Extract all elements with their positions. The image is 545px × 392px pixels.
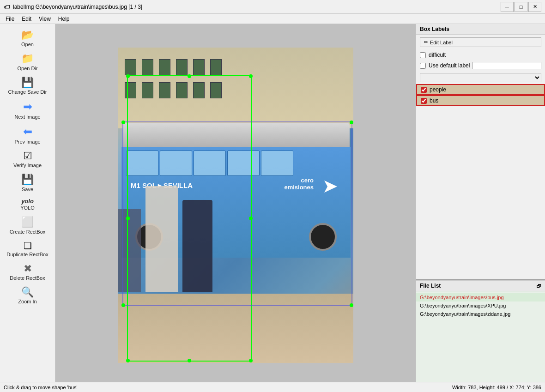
- status-bar: Click & drag to move shape 'bus' Width: …: [0, 382, 545, 392]
- image-container[interactable]: M1 SOL►SEVILLA ➤ ceroemisiones: [118, 48, 353, 363]
- edit-label-button[interactable]: ✏ Edit Label: [420, 37, 541, 47]
- difficult-checkbox[interactable]: [420, 52, 426, 58]
- bus-roof: [122, 123, 350, 148]
- bus-text-cero: ceroemisiones: [284, 177, 314, 191]
- label-dropdown[interactable]: [420, 73, 541, 82]
- building-windows-row2: [125, 82, 222, 98]
- open-button[interactable]: 📂 Open: [5, 27, 51, 49]
- dropdown-row[interactable]: [420, 73, 541, 82]
- bus-window: [126, 151, 158, 176]
- duplicate-rect-box-button[interactable]: ❏ Duplicate RectBox: [5, 238, 51, 259]
- save-icon: 💾: [21, 174, 34, 186]
- use-default-label-text: Use default label: [429, 62, 470, 69]
- menu-file[interactable]: File: [2, 15, 18, 23]
- edit-label-icon: ✏: [424, 39, 428, 45]
- window: [159, 82, 170, 98]
- prev-image-button[interactable]: ⬅ Prev Image: [5, 123, 51, 147]
- duplicate-rect-box-label: Duplicate RectBox: [6, 252, 48, 257]
- menu-view[interactable]: View: [35, 15, 54, 23]
- maximize-button[interactable]: □: [515, 2, 527, 12]
- default-label-input[interactable]: [472, 62, 541, 69]
- right-panel: Box Labels ✏ Edit Label difficult Use de…: [416, 24, 545, 382]
- menu-edit[interactable]: Edit: [18, 15, 35, 23]
- next-image-button[interactable]: ➡ Next Image: [5, 98, 51, 122]
- label-text-people: people: [430, 86, 446, 93]
- create-rect-box-label: Create RectBox: [10, 229, 46, 235]
- bus-window: [194, 151, 226, 176]
- window: [176, 82, 188, 98]
- window: [210, 82, 222, 98]
- use-default-label-checkbox[interactable]: [420, 63, 426, 69]
- minimize-button[interactable]: ─: [501, 2, 514, 12]
- label-text-bus: bus: [430, 97, 438, 104]
- save-button[interactable]: 💾 Save: [5, 171, 51, 194]
- file-list-header: File List 🗗: [416, 281, 545, 291]
- label-checkbox-people[interactable]: [421, 87, 427, 93]
- file-list-title: File List: [420, 283, 441, 289]
- window: [210, 59, 222, 75]
- bus-window: [160, 151, 192, 176]
- file-list-items: G:\beyondyanyu\train\images\bus.jpg G:\b…: [416, 291, 545, 382]
- menu-help[interactable]: Help: [54, 15, 73, 23]
- title-bar: 🏷 labelImg G:\beyondyanyu\train\images\b…: [0, 0, 545, 14]
- main-content: 📂 Open 📁 Open Dir 💾 Change Save Dir ➡ Ne…: [0, 24, 545, 382]
- window: [142, 82, 153, 98]
- create-rect-box-button[interactable]: ⬜ Create RectBox: [5, 214, 51, 236]
- window-title: labelImg G:\beyondyanyu\train\images\bus…: [13, 4, 142, 10]
- window: [142, 59, 153, 75]
- zoom-in-label: Zoom In: [18, 299, 36, 304]
- window: [193, 82, 205, 98]
- window: [125, 59, 136, 75]
- bus-wheel-right: [309, 223, 337, 251]
- file-item-zidane[interactable]: G:\beyondyanyu\train\images\zidane.jpg: [416, 310, 545, 318]
- create-rect-box-icon: ⬜: [21, 216, 34, 228]
- zoom-in-button[interactable]: 🔍 Zoom In: [5, 284, 51, 307]
- label-list: people bus: [416, 84, 545, 279]
- status-right: Width: 783, Height: 499 / X: 774; Y: 386: [452, 385, 541, 390]
- open-label: Open: [21, 42, 34, 47]
- file-item-bus[interactable]: G:\beyondyanyu\train\images\bus.jpg: [416, 293, 545, 302]
- window-controls[interactable]: ─ □ ✕: [501, 2, 541, 12]
- yolo-label: YOLO: [20, 205, 35, 211]
- file-list-icon: 🗗: [537, 283, 541, 289]
- open-dir-label: Open Dir: [17, 66, 37, 71]
- label-checkbox-bus[interactable]: [421, 98, 427, 104]
- person1: [145, 186, 178, 292]
- change-save-dir-button[interactable]: 💾 Change Save Dir: [5, 74, 51, 97]
- open-dir-icon: 📁: [21, 53, 34, 65]
- verify-image-button[interactable]: ☑ Verify Image: [5, 148, 51, 170]
- canvas-area[interactable]: M1 SOL►SEVILLA ➤ ceroemisiones: [55, 24, 416, 382]
- window: [125, 82, 136, 98]
- verify-image-label: Verify Image: [13, 163, 42, 168]
- yolo-button[interactable]: yolo YOLO: [5, 195, 51, 213]
- prev-image-label: Prev Image: [14, 139, 40, 145]
- bus-window: [227, 151, 260, 176]
- prev-image-icon: ⬅: [23, 125, 32, 139]
- file-list-section: File List 🗗 G:\beyondyanyu\train\images\…: [416, 280, 545, 382]
- zoom-in-icon: 🔍: [21, 286, 34, 298]
- label-item-people[interactable]: people: [416, 84, 545, 95]
- box-labels-header: Box Labels: [416, 24, 545, 35]
- person3-partial: [118, 209, 141, 292]
- window: [193, 59, 205, 75]
- building-windows: [125, 59, 222, 75]
- main-image: M1 SOL►SEVILLA ➤ ceroemisiones: [118, 48, 353, 363]
- left-toolbar: 📂 Open 📁 Open Dir 💾 Change Save Dir ➡ Ne…: [0, 24, 55, 382]
- change-save-dir-label: Change Save Dir: [8, 89, 47, 95]
- bus-windows: [121, 147, 351, 176]
- file-item-xpu[interactable]: G:\beyondyanyu\train\images\XPU.jpg: [416, 302, 545, 310]
- menu-bar: File Edit View Help: [0, 14, 545, 24]
- delete-rect-box-button[interactable]: ✖ Delete RectBox: [5, 260, 51, 283]
- open-dir-button[interactable]: 📁 Open Dir: [5, 50, 51, 73]
- bus-window: [261, 151, 293, 176]
- open-icon: 📂: [21, 29, 34, 41]
- close-button[interactable]: ✕: [528, 2, 541, 12]
- save-label: Save: [22, 187, 33, 192]
- box-labels-section: Box Labels ✏ Edit Label difficult Use de…: [416, 24, 545, 280]
- title-bar-content: 🏷 labelImg G:\beyondyanyu\train\images\b…: [4, 3, 142, 11]
- label-item-bus[interactable]: bus: [416, 95, 545, 106]
- next-image-icon: ➡: [23, 100, 32, 114]
- status-left: Click & drag to move shape 'bus': [4, 385, 78, 390]
- change-save-dir-icon: 💾: [21, 77, 34, 89]
- window: [159, 59, 170, 75]
